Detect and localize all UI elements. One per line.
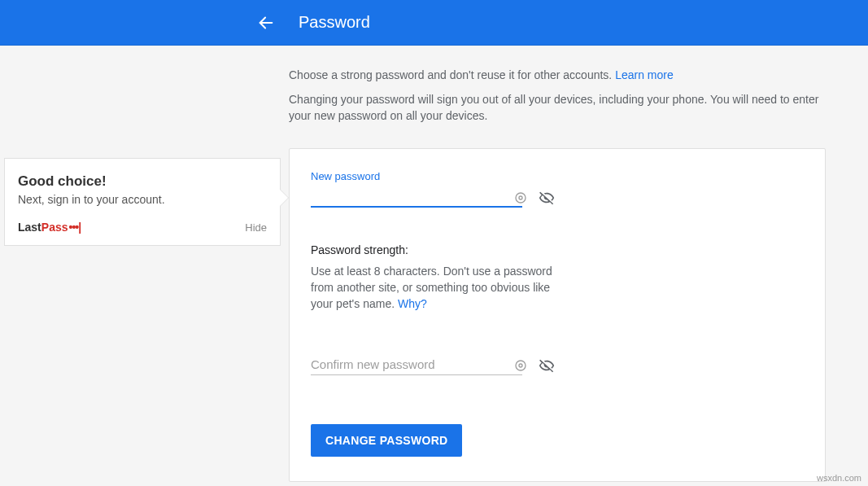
password-manager-icon[interactable] bbox=[513, 190, 529, 206]
change-password-button[interactable]: CHANGE PASSWORD bbox=[311, 424, 462, 457]
popover-footer: LastPass•••| Hide bbox=[18, 221, 267, 234]
watermark: wsxdn.com bbox=[817, 473, 861, 483]
lastpass-bar-icon: | bbox=[78, 221, 81, 234]
intro-text-1a: Choose a strong password and don't reuse… bbox=[289, 68, 615, 81]
password-strength-hint: Use at least 8 characters. Don't use a p… bbox=[311, 263, 555, 312]
lastpass-logo-pass: Pass bbox=[41, 221, 68, 234]
back-arrow-icon[interactable] bbox=[256, 13, 276, 33]
intro-text-1: Choose a strong password and don't reuse… bbox=[289, 67, 827, 83]
new-password-input[interactable] bbox=[311, 186, 522, 208]
password-strength-block: Password strength: Use at least 8 charac… bbox=[311, 243, 555, 312]
lastpass-logo-last: Last bbox=[18, 221, 41, 234]
popover-hide-button[interactable]: Hide bbox=[245, 221, 267, 234]
visibility-off-icon[interactable] bbox=[539, 357, 555, 374]
confirm-password-input[interactable] bbox=[311, 354, 522, 375]
svg-point-2 bbox=[519, 196, 522, 199]
lastpass-popover: Good choice! Next, sign in to your accou… bbox=[4, 158, 281, 246]
password-manager-icon[interactable] bbox=[513, 357, 529, 374]
why-link[interactable]: Why? bbox=[398, 297, 427, 310]
lastpass-logo: LastPass•••| bbox=[18, 221, 81, 234]
new-password-icons bbox=[513, 190, 555, 206]
popover-subtitle: Next, sign in to your account. bbox=[18, 193, 267, 206]
svg-point-1 bbox=[516, 193, 526, 203]
svg-point-4 bbox=[519, 364, 522, 367]
strength-hint-text: Use at least 8 characters. Don't use a p… bbox=[311, 265, 552, 310]
header: Password bbox=[0, 0, 868, 46]
new-password-label: New password bbox=[311, 170, 555, 182]
lastpass-dots-icon: ••• bbox=[69, 221, 79, 234]
password-strength-label: Password strength: bbox=[311, 243, 555, 256]
confirm-password-icons bbox=[513, 357, 555, 374]
svg-point-3 bbox=[516, 361, 526, 370]
popover-title: Good choice! bbox=[18, 173, 267, 190]
intro-text-2: Changing your password will sign you out… bbox=[289, 91, 827, 124]
confirm-password-field-block bbox=[311, 354, 555, 375]
new-password-field-block: New password bbox=[311, 170, 555, 208]
visibility-off-icon[interactable] bbox=[539, 190, 555, 206]
password-card: New password Password strength: Use at l… bbox=[289, 148, 826, 482]
page-title: Password bbox=[299, 13, 370, 32]
learn-more-link[interactable]: Learn more bbox=[615, 68, 674, 81]
content: Choose a strong password and don't reuse… bbox=[289, 67, 827, 482]
